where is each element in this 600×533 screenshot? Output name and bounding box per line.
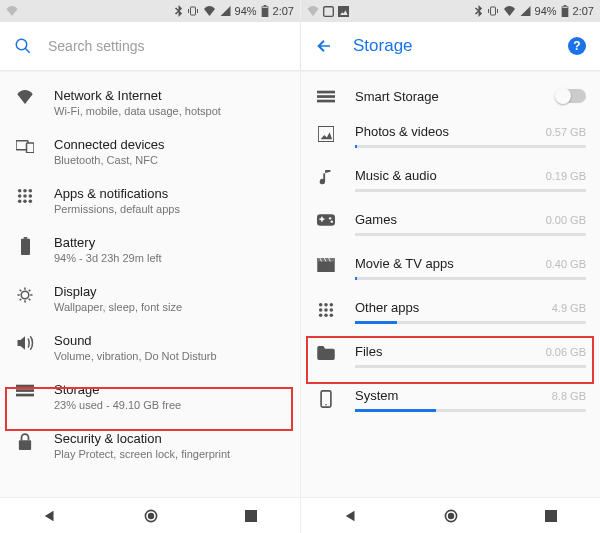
svg-point-40 xyxy=(329,217,331,219)
svg-point-54 xyxy=(325,404,327,406)
svg-rect-32 xyxy=(562,7,567,8)
item-title: Battery xyxy=(54,235,286,250)
nav-back-icon[interactable] xyxy=(43,509,57,523)
apps-icon xyxy=(14,186,36,204)
svg-point-15 xyxy=(23,200,27,204)
nav-back-icon[interactable] xyxy=(344,509,358,523)
settings-item-sound[interactable]: Sound Volume, vibration, Do Not Disturb xyxy=(0,323,300,372)
notification-icon xyxy=(323,6,334,17)
battery-text: 94% xyxy=(535,5,557,17)
signal-icon xyxy=(520,6,531,16)
item-subtitle: Wallpaper, sleep, font size xyxy=(54,301,286,313)
svg-point-56 xyxy=(448,512,454,518)
smart-storage-switch[interactable] xyxy=(556,89,586,103)
svg-rect-0 xyxy=(190,7,195,15)
item-title: Movie & TV apps xyxy=(355,256,454,271)
item-title: Network & Internet xyxy=(54,88,286,103)
svg-rect-17 xyxy=(21,239,30,255)
svg-rect-18 xyxy=(23,237,27,239)
item-title: System xyxy=(355,388,398,403)
svg-rect-28 xyxy=(338,6,349,17)
storage-item-photos[interactable]: Photos & videos 0.57 GB xyxy=(301,114,600,158)
storage-item-other-apps[interactable]: Other apps 4.9 GB xyxy=(301,290,600,334)
lock-icon xyxy=(14,431,36,451)
nav-recent-icon[interactable] xyxy=(545,510,557,522)
progress-fill xyxy=(355,321,397,324)
storage-header: Storage ? xyxy=(301,22,600,70)
svg-rect-20 xyxy=(16,385,34,388)
wifi-weak-icon xyxy=(307,6,319,16)
svg-point-12 xyxy=(23,194,27,198)
wifi-icon xyxy=(14,88,36,104)
svg-rect-1 xyxy=(261,6,268,17)
item-subtitle: Volume, vibration, Do Not Disturb xyxy=(54,350,286,362)
nav-home-icon[interactable] xyxy=(443,508,459,524)
svg-rect-31 xyxy=(563,5,566,6)
svg-point-14 xyxy=(18,200,22,204)
svg-point-41 xyxy=(331,220,333,222)
item-title: Connected devices xyxy=(54,137,286,152)
item-subtitle: 23% used - 49.10 GB free xyxy=(54,399,286,411)
progress-fill xyxy=(355,145,357,148)
nav-recent-icon[interactable] xyxy=(245,510,257,522)
settings-item-display[interactable]: Display Wallpaper, sleep, font size xyxy=(0,274,300,323)
search-icon xyxy=(14,37,32,55)
svg-rect-57 xyxy=(545,510,557,522)
item-title: Smart Storage xyxy=(355,89,439,104)
svg-point-47 xyxy=(319,308,323,312)
settings-item-network[interactable]: Network & Internet Wi-Fi, mobile, data u… xyxy=(0,78,300,127)
item-subtitle: Play Protect, screen lock, fingerprint xyxy=(54,448,286,460)
svg-rect-34 xyxy=(317,95,335,98)
item-subtitle: Bluetooth, Cast, NFC xyxy=(54,154,286,166)
movie-icon xyxy=(315,256,337,272)
svg-point-13 xyxy=(29,194,33,198)
svg-rect-30 xyxy=(561,6,568,17)
item-title: Photos & videos xyxy=(355,124,449,139)
svg-rect-26 xyxy=(245,510,257,522)
photo-icon xyxy=(315,124,337,142)
svg-point-4 xyxy=(16,39,27,50)
storage-item-music[interactable]: Music & audio 0.19 GB xyxy=(301,158,600,202)
settings-item-connected[interactable]: Connected devices Bluetooth, Cast, NFC xyxy=(0,127,300,176)
nav-home-icon[interactable] xyxy=(143,508,159,524)
settings-item-storage[interactable]: Storage 23% used - 49.10 GB free xyxy=(0,372,300,421)
svg-point-50 xyxy=(319,314,323,318)
storage-item-system[interactable]: System 8.8 GB xyxy=(301,378,600,422)
vibrate-icon xyxy=(187,5,199,17)
brightness-icon xyxy=(14,284,36,304)
storage-icon xyxy=(14,382,36,398)
svg-rect-23 xyxy=(19,440,31,450)
storage-list: Smart Storage Photos & videos 0.57 GB xyxy=(301,70,600,497)
nav-bar xyxy=(0,497,300,533)
bluetooth-icon xyxy=(474,5,483,17)
item-size: 0.40 GB xyxy=(538,258,586,270)
storage-item-games[interactable]: Games 0.00 GB xyxy=(301,202,600,246)
help-icon[interactable]: ? xyxy=(568,37,586,55)
item-title: Sound xyxy=(54,333,286,348)
settings-item-security[interactable]: Security & location Play Protect, screen… xyxy=(0,421,300,470)
storage-item-movies[interactable]: Movie & TV apps 0.40 GB xyxy=(301,246,600,290)
svg-rect-33 xyxy=(317,91,335,94)
settings-item-apps[interactable]: Apps & notifications Permissions, defaul… xyxy=(0,176,300,225)
svg-point-16 xyxy=(29,200,33,204)
search-placeholder: Search settings xyxy=(48,38,145,54)
bluetooth-icon xyxy=(174,5,183,17)
progress-fill xyxy=(355,409,436,412)
item-title: Apps & notifications xyxy=(54,186,286,201)
storage-item-files[interactable]: Files 0.06 GB xyxy=(301,334,600,378)
item-size: 4.9 GB xyxy=(544,302,586,314)
item-size: 0.06 GB xyxy=(538,346,586,358)
wifi-icon xyxy=(503,6,516,16)
item-size: 8.8 GB xyxy=(544,390,586,402)
smart-storage-row[interactable]: Smart Storage xyxy=(301,78,600,114)
settings-screen: 94% 2:07 Search settings Network & Inter… xyxy=(0,0,300,533)
search-bar[interactable]: Search settings xyxy=(0,22,300,70)
settings-item-battery[interactable]: Battery 94% - 3d 23h 29m left xyxy=(0,225,300,274)
item-subtitle: Wi-Fi, mobile, data usage, hotspot xyxy=(54,105,286,117)
svg-rect-29 xyxy=(490,7,495,15)
music-icon xyxy=(315,168,337,188)
signal-icon xyxy=(220,6,231,16)
image-icon xyxy=(338,6,349,17)
item-size: 0.19 GB xyxy=(538,170,586,182)
back-icon[interactable] xyxy=(315,37,333,55)
